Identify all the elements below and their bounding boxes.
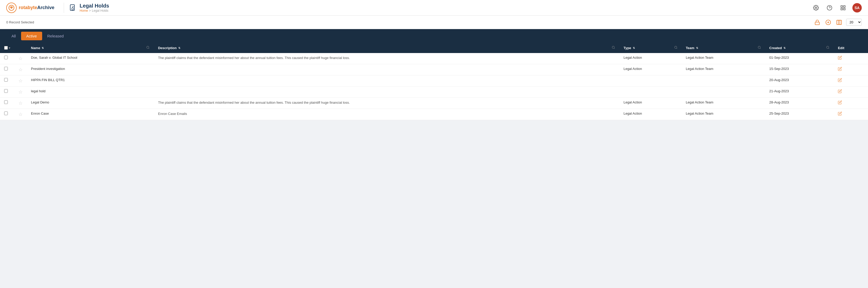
add-icon[interactable]: [824, 19, 832, 26]
header-actions: SA: [812, 3, 862, 12]
row-checkbox-cell: [0, 109, 14, 120]
tab-all[interactable]: All: [6, 32, 21, 40]
row-edit-cell: [834, 109, 868, 120]
svg-point-18: [147, 46, 149, 48]
row-description: Enron Case Emails: [154, 109, 619, 120]
svg-rect-7: [841, 5, 842, 7]
row-edit-button[interactable]: [838, 90, 842, 94]
row-name: Legal Demo: [27, 98, 154, 109]
table-header-row: ▾ Name ⇅ Description ⇅: [0, 43, 868, 53]
settings-icon[interactable]: [812, 4, 820, 12]
row-team: Legal Action Team: [682, 98, 765, 109]
row-favorite-icon[interactable]: ☆: [19, 67, 23, 72]
row-edit-button[interactable]: [838, 78, 842, 83]
per-page-input[interactable]: 20 50 100: [846, 19, 862, 26]
row-edit-button[interactable]: [838, 67, 842, 72]
row-edit-cell: [834, 86, 868, 98]
name-search-icon[interactable]: [146, 46, 150, 50]
row-favorite-icon[interactable]: ☆: [19, 101, 23, 106]
row-name: President investigation: [27, 64, 154, 75]
help-icon[interactable]: [825, 4, 834, 12]
row-checkbox[interactable]: [4, 56, 8, 59]
columns-icon[interactable]: [835, 19, 843, 26]
per-page-selector[interactable]: 20 50 100: [846, 19, 862, 26]
grid-icon[interactable]: [839, 4, 847, 12]
svg-rect-3: [72, 8, 73, 10]
table-row: ☆ Doe, Sarah v. Global IT School The pla…: [0, 53, 868, 64]
table-row: ☆ HIPPA FIN BILL QTR1 20-Aug-2023: [0, 75, 868, 86]
breadcrumb-current: Legal Holds: [92, 9, 108, 12]
row-created: 01-Sep-2023: [765, 53, 834, 64]
table-row: ☆ Enron Case Enron Case Emails Legal Act…: [0, 109, 868, 120]
row-edit-button[interactable]: [838, 56, 842, 61]
created-sort-icon[interactable]: ⇅: [783, 46, 785, 49]
type-search-icon[interactable]: [674, 46, 678, 50]
legal-holds-table: ▾ Name ⇅ Description ⇅: [0, 43, 868, 120]
logo-text: rotabyteArchive: [19, 5, 54, 10]
svg-point-24: [758, 46, 760, 48]
row-checkbox[interactable]: [4, 100, 8, 104]
team-search-icon[interactable]: [758, 46, 761, 50]
row-type: Legal Action: [619, 109, 681, 120]
type-sort-icon[interactable]: ⇅: [633, 46, 635, 49]
row-created: 21-Aug-2023: [765, 86, 834, 98]
svg-point-1: [11, 7, 12, 8]
logo-dark: Archive: [37, 5, 54, 10]
row-type: [619, 75, 681, 86]
row-description: [154, 75, 619, 86]
row-team: Legal Action Team: [682, 64, 765, 75]
svg-rect-10: [843, 8, 845, 10]
logo-orange: rotabyte: [19, 5, 37, 10]
row-checkbox[interactable]: [4, 111, 8, 115]
svg-line-21: [614, 48, 615, 48]
tab-active[interactable]: Active: [21, 32, 42, 40]
app-logo: rotabyteArchive: [6, 3, 54, 13]
svg-line-23: [677, 48, 677, 48]
lock-icon[interactable]: [813, 19, 821, 26]
row-description: The plaintiff claims that the defendant …: [154, 53, 619, 64]
row-edit-cell: [834, 64, 868, 75]
main-toolbar: 0 Record Selected 20 5: [0, 15, 868, 29]
desc-sort-icon[interactable]: ⇅: [178, 46, 180, 49]
tab-released[interactable]: Released: [42, 32, 69, 40]
breadcrumb-home[interactable]: Home: [80, 9, 88, 12]
name-sort-icon[interactable]: ⇅: [42, 46, 44, 49]
row-edit-cell: [834, 53, 868, 64]
row-created: 28-Aug-2023: [765, 98, 834, 109]
desc-search-icon[interactable]: [612, 46, 615, 50]
svg-point-20: [612, 46, 615, 48]
row-favorite-icon[interactable]: ☆: [19, 78, 23, 83]
logo-icon: [6, 3, 17, 13]
row-favorite-icon[interactable]: ☆: [19, 56, 23, 61]
row-description: [154, 86, 619, 98]
row-favorite-icon[interactable]: ☆: [19, 112, 23, 117]
svg-line-19: [149, 48, 149, 48]
row-checkbox[interactable]: [4, 67, 8, 70]
team-sort-icon[interactable]: ⇅: [696, 46, 698, 49]
row-edit-button[interactable]: [838, 112, 842, 116]
svg-point-26: [827, 46, 829, 48]
row-favorite-icon[interactable]: ☆: [19, 89, 23, 95]
row-star-cell: ☆: [14, 75, 27, 86]
svg-rect-2: [70, 5, 74, 10]
row-star-cell: ☆: [14, 86, 27, 98]
header-checkbox-cell: ▾: [0, 43, 14, 53]
row-star-cell: ☆: [14, 53, 27, 64]
row-edit-button[interactable]: [838, 101, 842, 105]
svg-rect-9: [841, 8, 842, 10]
row-edit-cell: [834, 75, 868, 86]
row-name: Enron Case: [27, 109, 154, 120]
row-description: The plaintiff claims that the defendant …: [154, 98, 619, 109]
breadcrumb: Home > Legal Holds: [80, 9, 109, 12]
header-divider: [64, 3, 64, 13]
row-checkbox[interactable]: [4, 78, 8, 82]
row-edit-cell: [834, 98, 868, 109]
row-checkbox[interactable]: [4, 89, 8, 93]
svg-point-22: [674, 46, 677, 48]
created-search-icon[interactable]: [826, 46, 830, 50]
row-name: legal hold: [27, 86, 154, 98]
user-avatar[interactable]: SA: [852, 3, 862, 12]
select-all-checkbox[interactable]: [4, 46, 8, 50]
header-description: Description ⇅: [154, 43, 619, 53]
row-created: 25-Sep-2023: [765, 109, 834, 120]
